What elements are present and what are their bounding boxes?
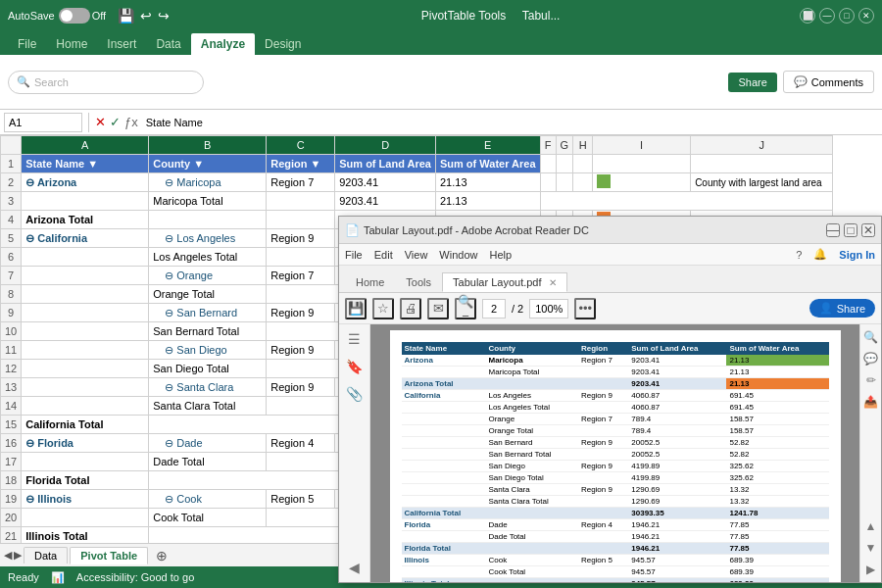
tab-insert[interactable]: Insert xyxy=(97,33,146,55)
pdf-share-btn[interactable]: 👤 Share xyxy=(809,299,875,318)
pdf-email-btn[interactable]: ✉ xyxy=(427,298,449,319)
col-header-a[interactable]: A xyxy=(22,136,149,155)
pdf-signin[interactable]: Sign In xyxy=(839,249,875,261)
pdf-restore-btn[interactable]: □ xyxy=(844,223,858,237)
minimize-btn[interactable]: — xyxy=(819,8,835,24)
cell-f1 xyxy=(540,155,556,173)
pdf-save-btn[interactable]: 💾 xyxy=(345,298,367,319)
cell-b13[interactable]: ⊖ Santa Clara xyxy=(149,378,267,397)
pdf-menu-view[interactable]: View xyxy=(405,249,428,261)
header-water[interactable]: Sum of Water Area xyxy=(435,155,540,173)
cell-b11[interactable]: ⊖ San Diego xyxy=(149,341,267,360)
formula-input[interactable] xyxy=(142,117,878,128)
maximize-btn[interactable]: □ xyxy=(839,8,855,24)
comments-button[interactable]: 💬 Comments xyxy=(783,71,874,93)
pdf-page: State Name County Region Sum of Land Are… xyxy=(390,330,841,582)
cell-a5[interactable]: ⊖ California xyxy=(22,229,149,248)
save-icon[interactable]: 💾 xyxy=(118,8,134,24)
tab-home[interactable]: Home xyxy=(46,33,97,55)
pdf-bell-icon[interactable]: 🔔 xyxy=(813,248,827,261)
cell-reference[interactable]: A1 xyxy=(4,113,82,132)
search-box[interactable]: 🔍 Search xyxy=(8,71,204,94)
col-header-j[interactable]: J xyxy=(691,136,833,155)
cell-a20 xyxy=(22,509,149,527)
autosave-toggle[interactable] xyxy=(59,8,90,24)
header-state-name[interactable]: State Name ▼ xyxy=(22,155,149,173)
sheet-nav-right[interactable]: ▶ xyxy=(14,549,22,562)
pdf-main-area[interactable]: State Name County Region Sum of Land Are… xyxy=(370,324,859,582)
pdf-star-btn[interactable]: ☆ xyxy=(372,298,394,319)
pdf-menu-file[interactable]: File xyxy=(345,249,363,261)
insert-function-icon[interactable]: ƒx xyxy=(124,115,138,129)
header-county[interactable]: County ▼ xyxy=(149,155,267,173)
cell-a10 xyxy=(22,322,149,341)
header-region[interactable]: Region ▼ xyxy=(267,155,335,173)
pdf-more-btn[interactable]: ••• xyxy=(574,298,596,319)
sheet-tab-data[interactable]: Data xyxy=(24,547,68,564)
close-btn[interactable]: ✕ xyxy=(858,8,874,24)
pdf-scroll-down[interactable]: ▼ xyxy=(863,539,879,557)
redo-icon[interactable]: ↪ xyxy=(158,8,170,24)
pdf-attach-icon[interactable]: 📎 xyxy=(343,383,366,405)
pdf-menu-edit[interactable]: Edit xyxy=(374,249,393,261)
col-header-f[interactable]: F xyxy=(540,136,556,155)
pdf-menu-help[interactable]: Help xyxy=(489,249,512,261)
pdf-th-region: Region xyxy=(578,342,628,355)
cell-c16: Region 4 xyxy=(267,434,335,453)
col-header-g[interactable]: G xyxy=(556,136,573,155)
cell-b9[interactable]: ⊖ San Bernard xyxy=(149,304,267,322)
row-number: 18 xyxy=(1,471,22,490)
pdf-tab-file[interactable]: Tabular Layout.pdf ✕ xyxy=(442,272,567,292)
col-header-h[interactable]: H xyxy=(573,136,593,155)
cancel-formula-icon[interactable]: ✕ xyxy=(95,115,106,129)
pdf-search-right-icon[interactable]: 🔍 xyxy=(861,328,880,346)
pdf-scroll-up[interactable]: ▲ xyxy=(863,517,879,535)
col-header-i[interactable]: I xyxy=(593,136,691,155)
pdf-data-table: State Name County Region Sum of Land Are… xyxy=(402,342,829,582)
tab-analyze[interactable]: Analyze xyxy=(191,33,255,55)
cell-a16[interactable]: ⊖ Florida xyxy=(22,434,149,453)
sheet-tab-pivot[interactable]: Pivot Table xyxy=(70,547,148,564)
sheet-nav-left[interactable]: ◀ xyxy=(4,549,12,562)
header-land[interactable]: Sum of Land Area xyxy=(335,155,436,173)
cell-b5[interactable]: ⊖ Los Angeles xyxy=(149,229,267,248)
pdf-expand-icon[interactable]: ▶ xyxy=(864,561,877,578)
confirm-formula-icon[interactable]: ✓ xyxy=(110,115,121,129)
pdf-tab-tools[interactable]: Tools xyxy=(395,272,442,292)
pdf-back-btn[interactable]: ◀ xyxy=(346,557,363,578)
share-button[interactable]: Share xyxy=(728,73,776,92)
cell-a19[interactable]: ⊖ Illinois xyxy=(22,490,149,509)
pdf-minimize-btn[interactable]: — xyxy=(826,223,840,237)
pdf-bookmark-icon[interactable]: 🔖 xyxy=(343,356,366,377)
pdf-print-btn[interactable]: 🖨 xyxy=(400,298,421,319)
cell-b16[interactable]: ⊖ Dade xyxy=(149,434,267,453)
pdf-zoom-out-btn[interactable]: 🔍− xyxy=(455,298,476,319)
pdf-tab-close[interactable]: ✕ xyxy=(549,277,557,288)
col-header-e[interactable]: E xyxy=(435,136,540,155)
pdf-export-icon[interactable]: 📤 xyxy=(861,393,880,411)
col-header-d[interactable]: D xyxy=(335,136,436,155)
pdf-help-icon[interactable]: ? xyxy=(796,249,802,261)
tab-file[interactable]: File xyxy=(8,33,46,55)
pdf-zoom-input[interactable] xyxy=(529,299,568,318)
cell-b7[interactable]: ⊖ Orange xyxy=(149,267,267,285)
cell-b2[interactable]: ⊖ Maricopa xyxy=(149,173,267,192)
col-header-b[interactable]: B xyxy=(149,136,267,155)
cell-a21: Illinois Total xyxy=(22,527,149,544)
cell-a2[interactable]: ⊖ Arizona xyxy=(22,173,149,192)
pdf-comment-icon[interactable]: 💬 xyxy=(861,350,880,368)
pdf-menu-window[interactable]: Window xyxy=(439,249,477,261)
pdf-nav-icon[interactable]: ☰ xyxy=(345,328,364,350)
pdf-close-btn[interactable]: ✕ xyxy=(861,223,875,237)
pdf-tab-home[interactable]: Home xyxy=(345,272,395,292)
tab-design[interactable]: Design xyxy=(255,33,311,55)
pdf-edit-icon[interactable]: ✏ xyxy=(864,371,878,389)
add-sheet-button[interactable]: ⊕ xyxy=(150,546,173,565)
table-row: 2 ⊖ Arizona ⊖ Maricopa Region 7 9203.41 … xyxy=(1,173,833,192)
tab-data[interactable]: Data xyxy=(146,33,190,55)
undo-icon[interactable]: ↩ xyxy=(140,8,152,24)
col-header-c[interactable]: C xyxy=(267,136,335,155)
cell-b19[interactable]: ⊖ Cook xyxy=(149,490,267,509)
restore-btn[interactable]: ⬜ xyxy=(800,8,815,24)
pdf-page-input[interactable] xyxy=(482,299,506,318)
